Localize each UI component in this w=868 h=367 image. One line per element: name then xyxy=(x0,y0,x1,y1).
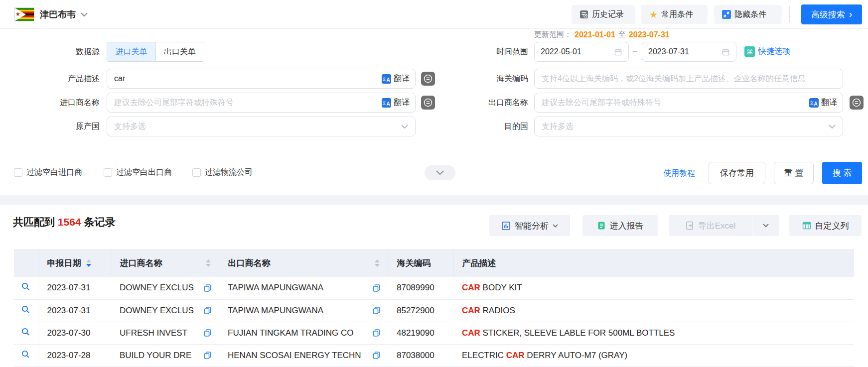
filter-blank-importer-label: 过滤空白进口商 xyxy=(26,167,82,178)
update-range-to: 2023-07-31 xyxy=(629,30,670,39)
translate-button[interactable]: 文A 翻译 xyxy=(382,98,410,108)
origin-country-placeholder: 支持多选 xyxy=(114,122,146,132)
copy-icon[interactable] xyxy=(203,306,212,315)
cell-importer: BUILD YOUR DRE xyxy=(111,344,219,367)
tutorial-link[interactable]: 使用教程 xyxy=(663,168,695,179)
col-header-date[interactable]: 申报日期 xyxy=(38,249,111,277)
results-count: 共匹配到 1564 条记录 xyxy=(13,215,115,229)
expand-form-button[interactable] xyxy=(425,165,455,180)
table-row: 2023-07-28 BUILD YOUR DRE HENAN SCOSAI E… xyxy=(14,344,854,367)
custom-columns-button[interactable]: 自定义列 xyxy=(789,215,862,236)
exact-match-toggle[interactable] xyxy=(850,96,864,110)
topbar-divider xyxy=(789,6,790,23)
history-button[interactable]: 历史记录 xyxy=(572,5,635,24)
enter-report-label: 进入报告 xyxy=(610,220,644,232)
chevron-down-icon xyxy=(553,224,558,228)
col-header-exporter[interactable]: 出口商名称 xyxy=(219,249,388,277)
cell-description: ELECTRIC CAR DERRY AUTO-M7 (GRAY) xyxy=(453,344,854,367)
svg-text:文: 文 xyxy=(810,100,814,105)
tab-export-declarations[interactable]: 出口关单 xyxy=(155,42,204,61)
cell-date: 2023-07-30 xyxy=(38,322,111,344)
update-range-label: 更新范围： xyxy=(534,30,572,39)
export-excel-button[interactable]: 导出Excel xyxy=(669,215,752,236)
translate-label: 翻译 xyxy=(394,98,410,108)
columns-icon xyxy=(802,221,811,230)
filter-blank-exporter-checkbox[interactable]: 过滤空白出口商 xyxy=(104,167,172,178)
copy-icon[interactable] xyxy=(372,306,381,315)
filter-blank-importer-checkbox[interactable]: 过滤空白进口商 xyxy=(14,167,82,178)
view-detail-icon[interactable] xyxy=(21,350,30,359)
importer-input[interactable] xyxy=(107,93,416,113)
hide-conditions-button[interactable]: 隐藏条件 xyxy=(714,5,782,24)
hide-conditions-label: 隐藏条件 xyxy=(734,9,766,20)
table-row: 2023-07-31 DOWNEY EXCLUS TAPIWA MAPUNGWA… xyxy=(14,277,854,299)
chevron-down-icon[interactable] xyxy=(81,12,88,17)
cell-exporter: HENAN SCOSAI ENERGY TECHN xyxy=(219,344,388,367)
exporter-input[interactable] xyxy=(534,93,843,113)
filter-logistics-checkbox[interactable]: 过滤物流公司 xyxy=(192,167,253,178)
translate-label: 翻译 xyxy=(821,98,837,108)
cell-hscode: 87089990 xyxy=(388,277,453,299)
detail-column-header xyxy=(14,249,38,277)
view-detail-icon[interactable] xyxy=(21,282,30,291)
tab-import-declarations[interactable]: 进口关单 xyxy=(107,42,155,61)
checkbox[interactable] xyxy=(14,168,22,177)
checkbox[interactable] xyxy=(104,168,112,177)
update-range-from: 2021-01-01 xyxy=(575,30,615,39)
favorites-button[interactable]: ★ 常用条件 xyxy=(641,5,708,24)
quick-options[interactable]: ⌘ 快捷选项 xyxy=(744,46,790,57)
view-detail-icon[interactable] xyxy=(21,305,30,314)
export-options-button[interactable] xyxy=(752,215,779,236)
keyword-highlight: CAR xyxy=(506,351,525,360)
cell-date: 2023-07-31 xyxy=(38,277,111,299)
view-detail-icon[interactable] xyxy=(21,327,30,337)
search-button[interactable]: 搜 索 xyxy=(822,162,862,184)
cell-description: CAR RADIOS xyxy=(453,299,854,322)
cell-description: CAR STICKER, SLEEVE LABLE FOR 500ML BOTT… xyxy=(453,322,854,344)
sort-date-control[interactable] xyxy=(86,259,91,267)
report-icon xyxy=(597,221,606,230)
importer-label: 进口商名称 xyxy=(10,93,100,113)
date-to-input[interactable]: 2023-07-31 xyxy=(642,42,736,62)
cell-importer: DOWNEY EXCLUS xyxy=(111,299,219,322)
destination-country-select[interactable]: 支持多选 xyxy=(534,117,843,136)
origin-country-select[interactable]: 支持多选 xyxy=(107,117,416,136)
table-header-row: 申报日期 进口商名称 出口商名称 海关编码 产品描述 xyxy=(14,249,854,277)
zimbabwe-flag-icon: ★ xyxy=(15,8,34,21)
time-range-label: 时间范围 xyxy=(468,42,528,62)
advanced-search-button[interactable]: 高级搜索 › xyxy=(801,4,862,24)
chevron-down-icon xyxy=(401,124,408,129)
history-label: 历史记录 xyxy=(592,9,624,20)
translate-button[interactable]: 文A 翻译 xyxy=(809,98,837,108)
sort-exporter-control[interactable] xyxy=(375,259,380,267)
hs-code-input[interactable] xyxy=(534,69,843,89)
date-from-input[interactable]: 2022-05-01 xyxy=(534,42,629,62)
keyword-highlight: CAR xyxy=(462,283,480,292)
save-favorite-button[interactable]: 保存常用 xyxy=(709,162,765,184)
chevron-down-icon xyxy=(763,224,769,228)
translate-button[interactable]: 文A 翻译 xyxy=(382,74,410,84)
exact-match-toggle[interactable] xyxy=(421,72,435,86)
copy-icon[interactable] xyxy=(203,351,212,360)
equals-circle-icon xyxy=(850,96,864,110)
checkbox[interactable] xyxy=(192,168,201,177)
smart-analysis-button[interactable]: 智能分析 xyxy=(489,215,570,236)
data-source-label: 数据源 xyxy=(10,42,100,62)
cell-date: 2023-07-31 xyxy=(38,299,111,322)
country-name: 津巴布韦 xyxy=(40,8,76,20)
exact-match-toggle[interactable] xyxy=(421,96,435,110)
data-source-tabs: 进口关单 出口关单 xyxy=(107,42,204,62)
sort-importer-control[interactable] xyxy=(206,259,211,267)
copy-icon[interactable] xyxy=(203,329,212,337)
table-row: 2023-07-31 DOWNEY EXCLUS TAPIWA MAPUNGWA… xyxy=(14,299,854,322)
copy-icon[interactable] xyxy=(372,284,381,292)
copy-icon[interactable] xyxy=(372,329,381,337)
copy-icon[interactable] xyxy=(203,284,212,292)
col-header-importer[interactable]: 进口商名称 xyxy=(111,249,219,277)
enter-report-button[interactable]: 进入报告 xyxy=(582,215,658,236)
chevron-down-icon xyxy=(829,124,836,129)
cell-hscode: 87038000 xyxy=(388,344,453,367)
reset-button[interactable]: 重 置 xyxy=(774,162,814,184)
product-desc-input[interactable] xyxy=(107,69,416,89)
copy-icon[interactable] xyxy=(372,351,381,360)
